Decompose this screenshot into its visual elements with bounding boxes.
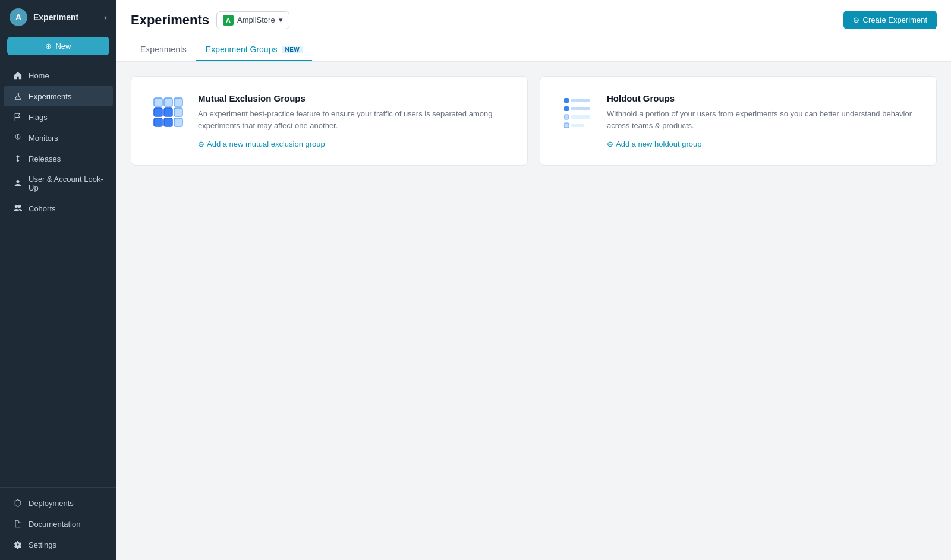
svg-rect-8 (174, 118, 182, 126)
sidebar-item-label: Home (29, 71, 49, 80)
svg-rect-9 (564, 98, 569, 103)
org-logo: A (223, 15, 234, 26)
tabs: Experiments Experiment Groups NEW (131, 39, 937, 61)
chevron-down-icon: ▾ (104, 14, 107, 21)
sidebar: A Experiment ▾ ⊕ New Home Experiments Fl… (0, 0, 116, 560)
holdout-icon-area (559, 93, 595, 129)
page-title-area: Experiments A AmpliStore ▾ (131, 11, 289, 29)
mutual-exclusion-body: Mutual Exclusion Groups An experiment be… (198, 93, 508, 148)
sidebar-item-label: Monitors (29, 134, 58, 143)
content-area: Mutual Exclusion Groups An experiment be… (116, 62, 951, 560)
cohorts-icon (13, 204, 23, 213)
page-title: Experiments (131, 12, 209, 28)
monitors-icon (13, 133, 23, 143)
add-holdout-link[interactable]: ⊕ Add a new holdout group (607, 140, 917, 148)
sidebar-item-user-account[interactable]: User & Account Look-Up (4, 169, 113, 198)
main-content: Experiments A AmpliStore ▾ ⊕ Create Expe… (116, 0, 951, 560)
sidebar-item-label: Documentation (29, 520, 80, 529)
tab-experiments[interactable]: Experiments (131, 39, 196, 61)
sidebar-item-settings[interactable]: Settings (4, 534, 113, 555)
tab-new-badge: NEW (282, 46, 303, 53)
svg-rect-6 (154, 118, 162, 126)
org-selector[interactable]: A AmpliStore ▾ (216, 11, 289, 29)
add-mutual-exclusion-link[interactable]: ⊕ Add a new mutual exclusion group (198, 140, 508, 148)
svg-rect-3 (154, 108, 162, 116)
svg-rect-13 (564, 115, 569, 119)
deployments-icon (13, 498, 23, 508)
svg-rect-14 (571, 115, 590, 119)
svg-rect-0 (154, 98, 162, 106)
svg-rect-11 (564, 106, 569, 111)
tab-label: Experiment Groups (206, 45, 278, 54)
mutual-exclusion-card: Mutual Exclusion Groups An experiment be… (131, 76, 528, 166)
home-icon (13, 71, 23, 80)
link-text: Add a new holdout group (616, 140, 702, 148)
tab-experiment-groups[interactable]: Experiment Groups NEW (196, 39, 312, 61)
holdout-card: Holdout Groups Withhold a portion of you… (540, 76, 937, 166)
plus-icon: ⊕ (45, 42, 52, 50)
card-description: Withhold a portion of your users from ex… (607, 108, 917, 131)
svg-rect-16 (571, 124, 584, 127)
avatar: A (10, 8, 27, 26)
sidebar-item-monitors[interactable]: Monitors (4, 128, 113, 148)
svg-rect-10 (571, 99, 590, 102)
svg-rect-15 (564, 123, 569, 128)
sidebar-item-label: Cohorts (29, 204, 56, 213)
svg-rect-12 (571, 107, 590, 110)
sidebar-item-label: Releases (29, 154, 61, 163)
sidebar-bottom: Deployments Documentation Settings (0, 487, 116, 560)
card-description: An experiment best-practice feature to e… (198, 108, 508, 131)
card-title: Holdout Groups (607, 93, 917, 103)
sidebar-item-label: Flags (29, 113, 48, 122)
sidebar-nav: Home Experiments Flags Monitors Releases (0, 62, 116, 487)
header-top: Experiments A AmpliStore ▾ ⊕ Create Expe… (131, 11, 937, 29)
new-button-label: New (55, 42, 71, 50)
card-title: Mutual Exclusion Groups (198, 93, 508, 103)
org-chevron-icon: ▾ (279, 15, 283, 24)
sidebar-item-label: Settings (29, 540, 56, 549)
sidebar-item-cohorts[interactable]: Cohorts (4, 198, 113, 219)
link-text: Add a new mutual exclusion group (207, 140, 325, 148)
plus-circle-icon: ⊕ (198, 140, 204, 148)
sidebar-item-label: Experiments (29, 92, 71, 101)
svg-rect-4 (164, 108, 172, 116)
user-icon (13, 179, 23, 188)
svg-rect-5 (174, 108, 182, 116)
cards-row: Mutual Exclusion Groups An experiment be… (131, 76, 937, 166)
sidebar-item-deployments[interactable]: Deployments (4, 493, 113, 513)
svg-rect-1 (164, 98, 172, 106)
plus-circle-icon: ⊕ (853, 15, 859, 24)
sidebar-item-flags[interactable]: Flags (4, 107, 113, 127)
org-name: AmpliStore (237, 15, 275, 24)
svg-rect-7 (164, 118, 172, 126)
experiments-icon (13, 91, 23, 101)
tab-label: Experiments (140, 45, 187, 54)
app-name: Experiment (33, 12, 98, 22)
holdout-body: Holdout Groups Withhold a portion of you… (607, 93, 917, 148)
sidebar-item-label: Deployments (29, 499, 74, 508)
sidebar-item-releases[interactable]: Releases (4, 148, 113, 169)
sidebar-item-documentation[interactable]: Documentation (4, 514, 113, 534)
documentation-icon (13, 519, 23, 529)
sidebar-header[interactable]: A Experiment ▾ (0, 0, 116, 34)
plus-circle-icon: ⊕ (607, 140, 613, 148)
new-button[interactable]: ⊕ New (7, 37, 109, 55)
sidebar-item-label: User & Account Look-Up (29, 175, 103, 192)
main-header: Experiments A AmpliStore ▾ ⊕ Create Expe… (116, 0, 951, 62)
sidebar-item-experiments[interactable]: Experiments (4, 86, 113, 106)
sidebar-item-home[interactable]: Home (4, 65, 113, 86)
holdout-icon (564, 96, 590, 129)
create-button-label: Create Experiment (863, 15, 927, 24)
flags-icon (13, 112, 23, 122)
settings-icon (13, 540, 23, 549)
create-experiment-button[interactable]: ⊕ Create Experiment (843, 11, 937, 29)
mutual-exclusion-icon (152, 96, 185, 129)
svg-rect-2 (174, 98, 182, 106)
mutual-exclusion-icon-area (150, 93, 186, 129)
releases-icon (13, 154, 23, 163)
